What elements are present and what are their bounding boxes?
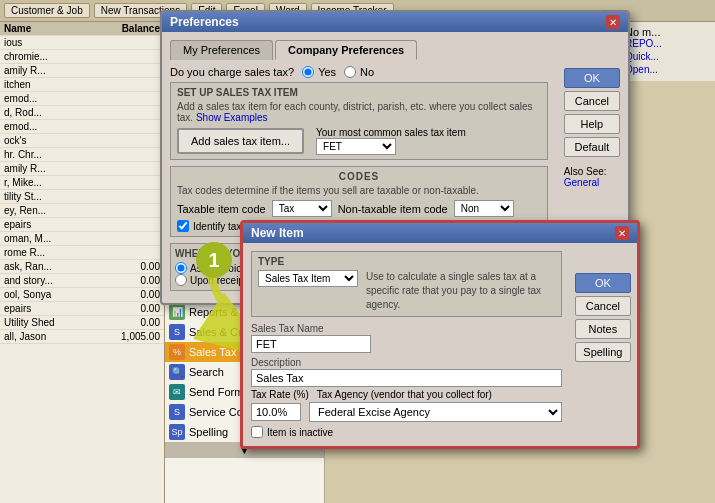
name-section: Sales Tax Name <box>251 323 562 353</box>
name-label: Sales Tax Name <box>251 323 562 334</box>
list-item[interactable]: Utility Shed0.00 <box>0 316 164 330</box>
type-dropdown[interactable]: Sales Tax Item <box>258 270 358 287</box>
new-item-notes-button[interactable]: Notes <box>575 319 631 339</box>
search-icon: 🔍 <box>169 364 185 380</box>
spelling-icon: Sp <box>169 424 185 440</box>
new-item-close-button[interactable]: ✕ <box>615 226 629 240</box>
as-invoice-radio[interactable] <box>175 262 187 274</box>
new-item-titlebar: New Item ✕ <box>243 223 637 243</box>
add-sales-tax-button[interactable]: Add sales tax item... <box>177 128 304 154</box>
new-item-ok-button[interactable]: OK <box>575 273 631 293</box>
preferences-help-button[interactable]: Help <box>564 114 620 134</box>
preferences-tabs: My Preferences Company Preferences <box>170 40 548 60</box>
new-item-spelling-button[interactable]: Spelling <box>575 342 631 362</box>
show-examples-link[interactable]: Show Examples <box>196 112 268 123</box>
sales-customers-icon: S <box>169 324 185 340</box>
preferences-buttons: OK Cancel Help Default Also See: General <box>564 68 620 188</box>
preferences-default-button[interactable]: Default <box>564 137 620 157</box>
tax-rate-agency-inputs: Federal Excise Agency <box>251 402 562 422</box>
agency-label: Tax Agency (vendor that you collect for) <box>317 389 562 400</box>
new-item-buttons: OK Cancel Notes Spelling <box>575 273 631 362</box>
preferences-cancel-button[interactable]: Cancel <box>564 91 620 111</box>
name-input[interactable] <box>251 335 371 353</box>
list-item[interactable]: ask, Ran...0.00 <box>0 260 164 274</box>
type-section-title: TYPE <box>258 256 555 267</box>
type-row: Sales Tax Item Use to calculate a single… <box>258 270 555 312</box>
type-section: TYPE Sales Tax Item Use to calculate a s… <box>251 251 562 317</box>
nontaxable-label: Non-taxable item code <box>338 203 448 215</box>
customer-job-btn[interactable]: Customer & Job <box>4 3 90 18</box>
list-item[interactable]: hr. Chr... <box>0 148 164 162</box>
list-item[interactable]: all, Jason1,005.00 <box>0 330 164 344</box>
tax-rate-agency-row: Tax Rate (%) Tax Agency (vendor that you… <box>251 389 562 400</box>
agency-dropdown[interactable]: Federal Excise Agency <box>309 402 562 422</box>
report-link[interactable]: REPO... <box>625 38 711 49</box>
list-item[interactable]: oman, M... <box>0 232 164 246</box>
preferences-close-button[interactable]: ✕ <box>606 15 620 29</box>
preferences-titlebar: Preferences ✕ <box>162 12 628 32</box>
list-item[interactable]: epairs <box>0 218 164 232</box>
common-tax-dropdown[interactable]: FET <box>316 138 396 155</box>
common-tax-label: Your most common sales tax item <box>316 127 466 138</box>
radio-yes-text: Yes <box>318 66 336 78</box>
quick-link[interactable]: Quick... <box>625 51 711 62</box>
codes-title: CODES <box>177 171 541 182</box>
taxable-label: Taxable item code <box>177 203 266 215</box>
list-item[interactable]: amily R... <box>0 162 164 176</box>
upon-receipt-radio[interactable] <box>175 274 187 286</box>
customer-panel: Name Balance ious chromie... amily R... … <box>0 22 165 503</box>
rate-label: Tax Rate (%) <box>251 389 309 400</box>
desc-section: Description <box>251 357 562 387</box>
also-see-label: Also See: <box>564 166 620 177</box>
list-item[interactable]: ock's <box>0 134 164 148</box>
list-item[interactable]: and story...0.00 <box>0 274 164 288</box>
list-item[interactable]: rome R... <box>0 246 164 260</box>
nontaxable-dropdown[interactable]: Non <box>454 200 514 217</box>
sidebar-label: Sales Tax <box>189 346 237 358</box>
sidebar-label: Search <box>189 366 224 378</box>
list-item[interactable]: emod... <box>0 120 164 134</box>
item-inactive-row: Item is inactive <box>251 426 562 438</box>
also-see-section: Also See: General <box>564 166 620 188</box>
list-item[interactable]: amily R... <box>0 64 164 78</box>
radio-no[interactable] <box>344 66 356 78</box>
sidebar-label: Spelling <box>189 426 228 438</box>
radio-yes[interactable] <box>302 66 314 78</box>
list-item[interactable]: chromie... <box>0 50 164 64</box>
list-item[interactable]: itchen <box>0 78 164 92</box>
list-item[interactable]: emod... <box>0 92 164 106</box>
list-item[interactable]: ey, Ren... <box>0 204 164 218</box>
list-item[interactable]: r, Mike... <box>0 176 164 190</box>
item-inactive-checkbox[interactable] <box>251 426 263 438</box>
rate-input[interactable] <box>251 403 301 421</box>
general-link[interactable]: General <box>564 177 600 188</box>
open-link[interactable]: Open... <box>625 64 711 75</box>
service-icon: S <box>169 404 185 420</box>
list-item[interactable]: tility St... <box>0 190 164 204</box>
list-item[interactable]: ious <box>0 36 164 50</box>
sales-tax-section-title: SET UP SALES TAX ITEM <box>177 87 541 98</box>
list-item[interactable]: ool, Sonya0.00 <box>0 288 164 302</box>
customer-list-header: Name Balance <box>0 22 164 36</box>
taxable-dropdown[interactable]: Tax <box>272 200 332 217</box>
new-item-title: New Item <box>251 226 304 240</box>
codes-desc: Tax codes determine if the items you sel… <box>177 185 541 196</box>
radio-yes-label[interactable]: Yes <box>302 66 336 78</box>
no-message: No m... <box>625 26 711 38</box>
radio-no-text: No <box>360 66 374 78</box>
list-item[interactable]: d, Rod... <box>0 106 164 120</box>
sales-tax-icon: % <box>169 344 185 360</box>
tab-company-preferences[interactable]: Company Preferences <box>275 40 417 60</box>
info-panel: No m... REPO... Quick... Open... <box>620 22 715 81</box>
reports-icon: 📊 <box>169 304 185 320</box>
item-inactive-label: Item is inactive <box>267 427 333 438</box>
new-item-cancel-button[interactable]: Cancel <box>575 296 631 316</box>
taxable-row: Taxable item code Tax Non-taxable item c… <box>177 200 541 217</box>
desc-input[interactable] <box>251 369 562 387</box>
preferences-ok-button[interactable]: OK <box>564 68 620 88</box>
radio-no-label[interactable]: No <box>344 66 374 78</box>
tab-my-preferences[interactable]: My Preferences <box>170 40 273 60</box>
list-item[interactable]: epairs0.00 <box>0 302 164 316</box>
identify-taxable-checkbox[interactable] <box>177 220 189 232</box>
preferences-title: Preferences <box>170 15 239 29</box>
